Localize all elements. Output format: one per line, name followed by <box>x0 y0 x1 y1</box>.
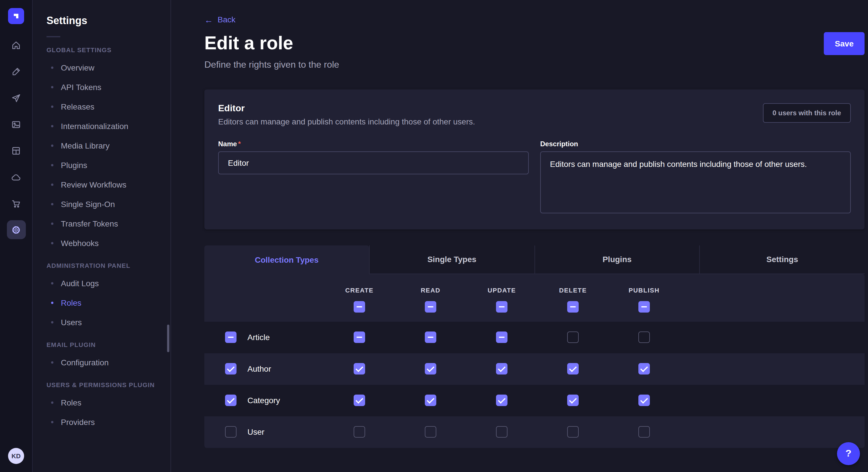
sidebar-divider <box>46 36 60 37</box>
settings-icon[interactable] <box>7 220 26 239</box>
sidebar-item-review-workflows[interactable]: Review Workflows <box>33 175 170 194</box>
deploy-icon[interactable] <box>7 88 26 107</box>
description-textarea[interactable]: Editors can manage and publish contents … <box>540 151 851 213</box>
author-update-checkbox[interactable] <box>496 363 507 374</box>
author-delete-checkbox[interactable] <box>567 363 579 374</box>
app-window: KD Settings GLOBAL SETTINGSOverviewAPI T… <box>0 0 868 472</box>
user-create-checkbox[interactable] <box>353 426 365 438</box>
media-library-icon[interactable] <box>7 115 26 134</box>
tab-collection-types[interactable]: Collection Types <box>205 245 369 274</box>
back-label: Back <box>218 15 236 24</box>
user-avatar[interactable]: KD <box>8 448 24 464</box>
select-all-update-checkbox[interactable] <box>496 301 507 312</box>
home-icon[interactable] <box>7 36 26 55</box>
user-row-checkbox[interactable] <box>225 426 237 438</box>
user-read-checkbox[interactable] <box>425 426 436 438</box>
strapi-logo-mark <box>11 11 21 21</box>
sidebar-item-roles[interactable]: Roles <box>33 393 170 412</box>
category-row-checkbox[interactable] <box>225 395 237 406</box>
bullet-icon <box>51 401 53 404</box>
permissions-tabs: Collection TypesSingle TypesPluginsSetti… <box>205 245 865 274</box>
sidebar-item-configuration[interactable]: Configuration <box>33 353 170 372</box>
permission-row-article: Article <box>205 322 865 353</box>
back-link[interactable]: ← Back <box>205 15 236 24</box>
sidebar-item-label: Configuration <box>61 358 109 367</box>
save-button[interactable]: Save <box>824 32 865 55</box>
settings-sidebar: Settings GLOBAL SETTINGSOverviewAPI Toke… <box>33 0 171 472</box>
sidebar-item-audit-logs[interactable]: Audit Logs <box>33 274 170 293</box>
permissions-rows: ArticleAuthorCategoryUser <box>205 322 865 448</box>
sidebar-item-releases[interactable]: Releases <box>33 97 170 116</box>
sidebar-item-overview[interactable]: Overview <box>33 58 170 77</box>
bullet-icon <box>51 67 53 69</box>
select-all-publish-checkbox[interactable] <box>639 301 650 312</box>
article-read-checkbox[interactable] <box>425 332 436 343</box>
select-all-delete-checkbox[interactable] <box>567 301 579 312</box>
sidebar-item-providers[interactable]: Providers <box>33 412 170 432</box>
sidebar-item-transfer-tokens[interactable]: Transfer Tokens <box>33 214 170 233</box>
sidebar-item-internationalization[interactable]: Internationalization <box>33 116 170 136</box>
back-arrow-icon: ← <box>205 15 213 24</box>
sidebar-item-label: Roles <box>61 398 82 407</box>
main-nav-rail: KD <box>0 0 33 472</box>
category-create-checkbox[interactable] <box>353 395 365 406</box>
marketplace-icon[interactable] <box>7 194 26 213</box>
bullet-icon <box>51 321 53 324</box>
sidebar-item-label: Transfer Tokens <box>61 219 118 228</box>
author-publish-checkbox[interactable] <box>639 363 650 374</box>
sidebar-item-users[interactable]: Users <box>33 312 170 332</box>
content-manager-icon[interactable] <box>7 141 26 160</box>
section-label-global-settings: GLOBAL SETTINGS <box>46 46 157 53</box>
tab-plugins[interactable]: Plugins <box>534 245 700 274</box>
bullet-icon <box>51 282 53 284</box>
sidebar-item-label: Overview <box>61 63 94 72</box>
author-read-checkbox[interactable] <box>425 363 436 374</box>
column-label: CREATE <box>345 286 373 293</box>
select-all-read-checkbox[interactable] <box>425 301 436 312</box>
sidebar-item-webhooks[interactable]: Webhooks <box>33 233 170 253</box>
role-name-heading: Editor <box>218 103 475 113</box>
author-create-checkbox[interactable] <box>353 363 365 374</box>
user-delete-checkbox[interactable] <box>567 426 579 438</box>
bullet-icon <box>51 203 53 205</box>
author-row-checkbox[interactable] <box>225 363 237 374</box>
permissions-header-row: CREATEREADUPDATEDELETEPUBLISH <box>205 274 865 322</box>
article-row-checkbox[interactable] <box>225 332 237 343</box>
sidebar-title: Settings <box>46 15 157 27</box>
sidebar-scrollbar-thumb[interactable] <box>167 325 169 352</box>
bullet-icon <box>51 302 53 304</box>
bullet-icon <box>51 242 53 244</box>
tab-settings[interactable]: Settings <box>700 245 865 274</box>
section-label-users-permissions-plugin: USERS & PERMISSIONS PLUGIN <box>46 381 157 388</box>
bullet-icon <box>51 421 53 423</box>
sidebar-item-roles[interactable]: Roles <box>33 293 170 312</box>
users-with-role-badge[interactable]: 0 users with this role <box>763 103 851 123</box>
tab-single-types[interactable]: Single Types <box>369 245 534 274</box>
name-input[interactable] <box>218 151 529 174</box>
category-publish-checkbox[interactable] <box>639 395 650 406</box>
category-update-checkbox[interactable] <box>496 395 507 406</box>
cloud-icon[interactable] <box>7 167 26 187</box>
article-delete-checkbox[interactable] <box>567 332 579 343</box>
user-update-checkbox[interactable] <box>496 426 507 438</box>
article-update-checkbox[interactable] <box>496 332 507 343</box>
rail-icon-list <box>7 36 26 239</box>
article-publish-checkbox[interactable] <box>639 332 650 343</box>
sidebar-item-plugins[interactable]: Plugins <box>33 156 170 175</box>
sidebar-item-media-library[interactable]: Media Library <box>33 136 170 156</box>
column-header-create: CREATE <box>324 286 395 312</box>
category-delete-checkbox[interactable] <box>567 395 579 406</box>
sidebar-sections: GLOBAL SETTINGSOverviewAPI TokensRelease… <box>33 46 170 432</box>
article-create-checkbox[interactable] <box>353 332 365 343</box>
user-publish-checkbox[interactable] <box>639 426 650 438</box>
bullet-icon <box>51 361 53 364</box>
sidebar-item-single-sign-on[interactable]: Single Sign-On <box>33 194 170 214</box>
sidebar-item-api-tokens[interactable]: API Tokens <box>33 77 170 97</box>
main-content: ← Back Edit a role Save Define the right… <box>171 0 868 472</box>
help-button[interactable]: ? <box>837 442 860 465</box>
strapi-logo-icon[interactable] <box>8 8 24 24</box>
column-label: PUBLISH <box>629 286 660 293</box>
content-type-builder-icon[interactable] <box>7 62 26 81</box>
select-all-create-checkbox[interactable] <box>353 301 365 312</box>
category-read-checkbox[interactable] <box>425 395 436 406</box>
